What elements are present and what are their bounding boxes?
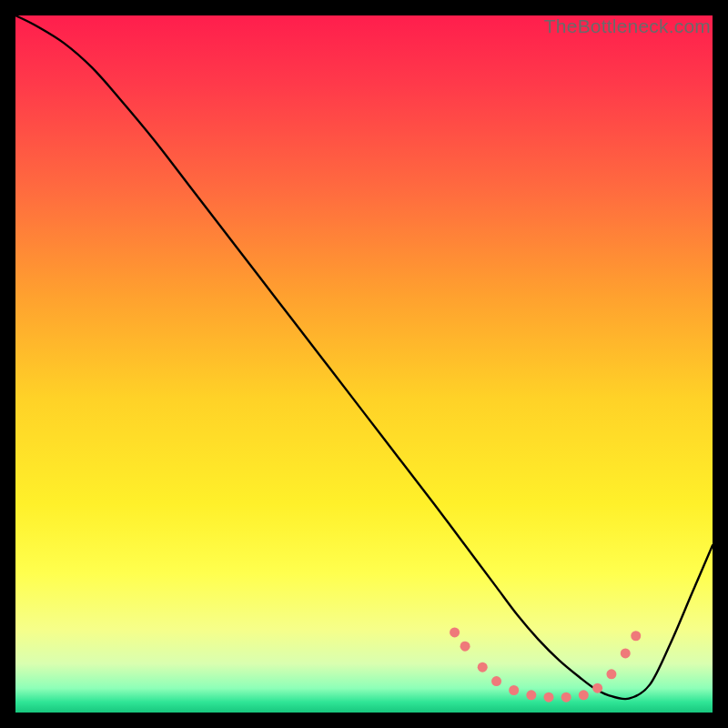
curve-marker [491,676,501,686]
curve-marker [460,642,470,652]
curve-marker [621,648,631,658]
curve-marker [592,683,602,693]
chart-svg [15,15,713,713]
curve-marker [526,690,536,700]
curve-marker [450,627,460,637]
curve-marker [579,690,589,700]
watermark-label: TheBottleneck.com [544,15,711,37]
curve-marker [606,669,616,679]
curve-marker [561,693,571,703]
chart-background [15,15,713,713]
curve-marker [509,685,519,695]
chart-frame: TheBottleneck.com [15,15,713,713]
curve-marker [543,693,553,703]
curve-marker [478,662,488,672]
curve-marker [631,631,641,641]
